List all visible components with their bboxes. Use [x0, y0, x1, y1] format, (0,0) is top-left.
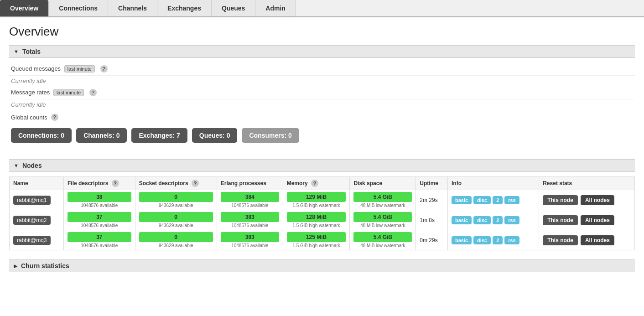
queued-messages-badge[interactable]: last minute [64, 65, 95, 73]
nodes-table: Name File descriptors ? Socket descripto… [9, 176, 635, 250]
erlang-bar-0: 384 [221, 192, 279, 202]
info-btn-1-0[interactable]: basic [452, 216, 472, 224]
erlang-cell-1: 383 1048576 available [217, 210, 283, 230]
disk-bar-1: 5.4 GiB [353, 212, 412, 222]
tab-exchanges[interactable]: Exchanges [157, 0, 212, 16]
nodes-arrow-icon: ▼ [14, 163, 19, 168]
nodes-section-header[interactable]: ▼ Nodes [9, 159, 635, 172]
info-cell-1: basicdisc2rss [447, 210, 539, 230]
stat-btn-1[interactable]: Channels: 0 [76, 128, 127, 143]
page-content: Overview ▼ Totals Queued messages last m… [0, 17, 644, 284]
memory-sub-0: 1.5 GiB high watermark [287, 203, 346, 208]
memory-bar-2: 125 MiB [287, 232, 346, 242]
node-name-cell-0: rabbit@mq1 [10, 190, 64, 210]
info-btn-2-1[interactable]: disc [473, 236, 491, 244]
stat-btn-4[interactable]: Consumers: 0 [242, 128, 299, 143]
stat-buttons-row: Connections: 0Channels: 0Exchanges: 7Que… [9, 124, 635, 150]
file-desc-cell-1: 37 1048576 available [64, 210, 135, 230]
info-btn-2-3[interactable]: rss [504, 236, 519, 244]
reset-all-nodes-btn-2[interactable]: All nodes [581, 235, 614, 245]
tab-connections[interactable]: Connections [49, 0, 108, 16]
idle-text-2: Currently idle [9, 99, 635, 110]
col-name: Name [10, 177, 64, 190]
reset-all-nodes-btn-0[interactable]: All nodes [581, 195, 614, 205]
disk-cell-1: 5.4 GiB 48 MiB low watermark [350, 210, 416, 230]
tab-queues[interactable]: Queues [212, 0, 255, 16]
info-btn-2-0[interactable]: basic [452, 236, 472, 244]
file-desc-cell-2: 37 1048576 available [64, 230, 135, 250]
socket-desc-cell-2: 0 943629 available [135, 230, 217, 250]
uptime-cell-0: 2m 29s [416, 190, 448, 210]
file-desc-bar-0: 38 [68, 192, 131, 202]
file-desc-bar-2: 37 [68, 232, 131, 242]
disk-bar-0: 5.4 GiB [353, 192, 412, 202]
uptime-cell-2: 0m 29s [416, 230, 448, 250]
queued-messages-help[interactable]: ? [100, 65, 108, 73]
nodes-section: ▼ Nodes Name File descriptors ? Socket d… [9, 159, 635, 250]
table-row: rabbit@mq1 38 1048576 available 0 943629… [10, 190, 635, 210]
reset-this-node-btn-2[interactable]: This node [543, 235, 578, 245]
file-desc-cell-0: 38 1048576 available [64, 190, 135, 210]
disk-sub-0: 48 MiB low watermark [353, 203, 412, 208]
global-counts-help[interactable]: ? [51, 114, 58, 121]
file-desc-help-icon[interactable]: ? [112, 180, 119, 187]
nodes-table-header-row: Name File descriptors ? Socket descripto… [10, 177, 635, 190]
erlang-cell-2: 383 1048576 available [217, 230, 283, 250]
info-cell-0: basicdisc2rss [447, 190, 539, 210]
erlang-bar-2: 383 [221, 232, 279, 242]
totals-section-header[interactable]: ▼ Totals [9, 45, 635, 58]
reset-this-node-btn-0[interactable]: This node [543, 195, 578, 205]
nav-bar: Overview Connections Channels Exchanges … [0, 0, 644, 17]
erlang-sub-1: 1048576 available [221, 223, 279, 228]
memory-cell-2: 125 MiB 1.5 GiB high watermark [283, 230, 350, 250]
info-btn-0-1[interactable]: disc [473, 196, 491, 204]
churn-arrow-icon: ▶ [14, 263, 17, 269]
col-reset: Reset stats [539, 177, 635, 190]
churn-section-header[interactable]: ▶ Churn statistics [9, 259, 635, 272]
queued-messages-row: Queued messages last minute ? [9, 62, 635, 76]
disk-cell-2: 5.4 GiB 48 MiB low watermark [350, 230, 416, 250]
stat-btn-2[interactable]: Exchanges: 7 [131, 128, 187, 143]
node-name-badge-1[interactable]: rabbit@mq2 [13, 216, 51, 225]
message-rates-help[interactable]: ? [89, 89, 97, 96]
node-name-badge-0[interactable]: rabbit@mq1 [13, 196, 51, 205]
node-name-cell-1: rabbit@mq2 [10, 210, 64, 230]
reset-all-nodes-btn-1[interactable]: All nodes [581, 215, 614, 225]
message-rates-badge[interactable]: last minute [53, 89, 84, 96]
socket-desc-cell-1: 0 943629 available [135, 210, 217, 230]
tab-admin[interactable]: Admin [255, 0, 296, 16]
col-info: Info [447, 177, 539, 190]
churn-section: ▶ Churn statistics [9, 259, 635, 272]
info-btn-0-0[interactable]: basic [452, 196, 472, 204]
global-counts-label: Global counts [11, 114, 47, 121]
socket-desc-bar-2: 0 [139, 232, 213, 242]
info-btn-1-3[interactable]: rss [504, 216, 519, 224]
socket-desc-help-icon[interactable]: ? [192, 180, 199, 187]
stat-btn-0[interactable]: Connections: 0 [11, 128, 72, 143]
node-name-badge-2[interactable]: rabbit@mq3 [13, 236, 51, 245]
reset-cell-0: This nodeAll nodes [539, 190, 635, 210]
stat-btn-3[interactable]: Queues: 0 [192, 128, 238, 143]
info-btn-1-1[interactable]: disc [473, 216, 491, 224]
totals-section-title: Totals [22, 48, 41, 55]
file-desc-sub-0: 1048576 available [68, 203, 131, 208]
totals-section: ▼ Totals Queued messages last minute ? C… [9, 45, 635, 150]
reset-this-node-btn-1[interactable]: This node [543, 215, 578, 225]
memory-help-icon[interactable]: ? [311, 180, 318, 187]
tab-channels[interactable]: Channels [108, 0, 157, 16]
socket-desc-sub-1: 943629 available [139, 223, 213, 228]
socket-desc-sub-0: 943629 available [139, 203, 213, 208]
info-btn-2-2[interactable]: 2 [493, 236, 503, 244]
erlang-bar-1: 383 [221, 212, 279, 222]
info-btn-0-3[interactable]: rss [504, 196, 519, 204]
queued-messages-label: Queued messages [11, 65, 61, 72]
tab-overview[interactable]: Overview [0, 0, 49, 16]
disk-sub-1: 48 MiB low watermark [353, 223, 412, 228]
info-cell-2: basicdisc2rss [447, 230, 539, 250]
message-rates-label: Message rates [11, 89, 50, 96]
table-row: rabbit@mq3 37 1048576 available 0 943629… [10, 230, 635, 250]
reset-cell-2: This nodeAll nodes [539, 230, 635, 250]
disk-cell-0: 5.4 GiB 48 MiB low watermark [350, 190, 416, 210]
info-btn-1-2[interactable]: 2 [493, 216, 503, 224]
info-btn-0-2[interactable]: 2 [493, 196, 503, 204]
